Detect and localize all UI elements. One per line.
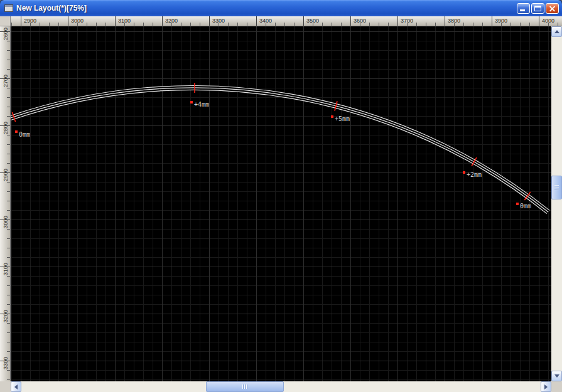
top-ruler-label: 3400 [259, 18, 272, 24]
vertical-scroll-thumb[interactable] [551, 176, 562, 199]
bottom-left-corner [0, 381, 11, 392]
gap-dot-icon [190, 101, 193, 103]
arrow-up-icon [554, 30, 559, 33]
horizontal-scrollbar[interactable] [11, 381, 551, 392]
left-ruler-label: 3000 [3, 216, 9, 228]
maximize-icon [534, 6, 541, 11]
left-ruler-label: 3200 [3, 310, 9, 322]
top-ruler: 2900300031003200330034003500360037003800… [11, 16, 562, 26]
gap-label: +2mm [467, 171, 482, 178]
left-ruler-label: 2600 [3, 28, 9, 40]
minimize-icon [520, 9, 525, 11]
top-ruler-label: 3200 [165, 18, 178, 24]
gap-dot-icon [15, 130, 18, 133]
left-ruler-label: 2900 [3, 169, 9, 181]
gap-dot-icon [331, 115, 333, 118]
top-ruler-label: 3300 [212, 18, 225, 24]
left-ruler-label: 3300 [3, 357, 9, 369]
arrow-left-icon [14, 384, 18, 389]
app-window: New Layout(*)[75%] 290030003100320033003… [0, 0, 562, 392]
scrollbar-corner [551, 381, 562, 392]
left-ruler-label: 2700 [3, 75, 9, 87]
left-ruler-label: 2800 [3, 122, 9, 134]
scroll-left-button[interactable] [11, 381, 21, 392]
scroll-up-button[interactable] [551, 26, 562, 37]
track-curve[interactable] [11, 88, 548, 212]
maximize-button[interactable] [531, 3, 544, 14]
vertical-scrollbar[interactable] [551, 26, 562, 381]
gap-dot-icon [516, 203, 519, 205]
layout-canvas[interactable]: 0mm+4mm+5mm+2mm0mm [11, 26, 551, 381]
top-ruler-label: 3100 [118, 18, 131, 24]
window-title: New Layout(*)[75%] [16, 4, 87, 13]
minimize-button[interactable] [517, 3, 530, 14]
horizontal-scroll-thumb[interactable] [206, 381, 284, 392]
top-ruler-label: 2900 [24, 18, 36, 24]
top-ruler-label: 4000 [542, 18, 554, 24]
gap-label: 0mm [520, 203, 531, 209]
ruler-corner [0, 16, 11, 26]
gap-dot-icon [463, 171, 465, 174]
top-ruler-label: 3500 [306, 18, 319, 24]
app-icon [4, 4, 13, 12]
track-curve[interactable] [11, 88, 548, 212]
track-curve[interactable] [11, 88, 548, 212]
titlebar[interactable]: New Layout(*)[75%] [0, 0, 562, 16]
arrow-right-icon [544, 384, 548, 389]
left-ruler-label: 3100 [3, 263, 9, 275]
top-ruler-label: 3600 [354, 18, 366, 24]
top-ruler-label: 3700 [401, 18, 413, 24]
scroll-down-button[interactable] [551, 371, 562, 381]
top-ruler-label: 3800 [448, 18, 460, 24]
track-drawing: 0mm+4mm+5mm+2mm0mm [11, 26, 551, 381]
gap-label: 0mm [19, 131, 30, 138]
top-ruler-label: 3000 [71, 18, 84, 24]
scroll-right-button[interactable] [541, 381, 551, 392]
window-controls [517, 3, 559, 14]
left-ruler: 26002700280029003000310032003300 [0, 26, 11, 381]
arrow-down-icon [554, 374, 559, 378]
top-ruler-label: 3900 [495, 18, 507, 24]
gap-label: +4mm [194, 101, 209, 108]
close-button[interactable] [546, 3, 559, 14]
gap-label: +5mm [335, 115, 350, 122]
